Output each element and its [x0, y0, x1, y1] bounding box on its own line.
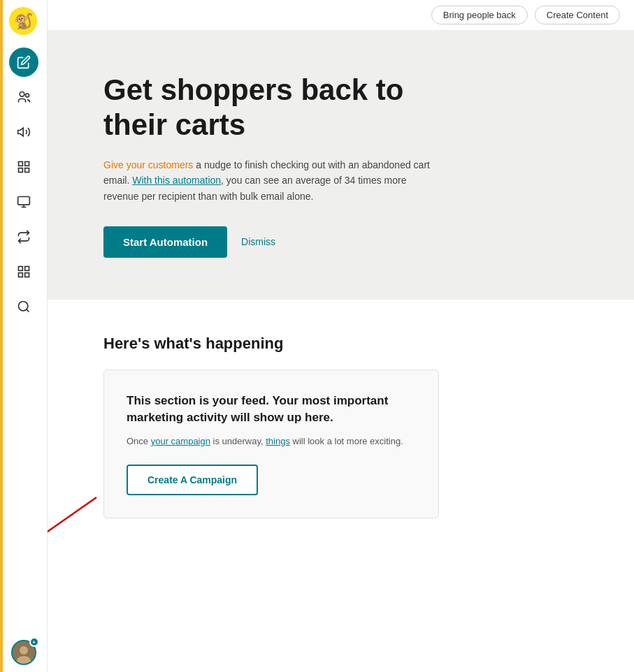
topbar: Bring people back Create Content [48, 0, 634, 31]
feed-section: Here's what's happening This section is … [48, 300, 634, 672]
sidebar-accent-border [0, 0, 3, 672]
sidebar-bottom: + [11, 640, 36, 665]
svg-rect-15 [24, 273, 29, 277]
user-avatar-wrapper[interactable]: + [11, 640, 36, 665]
sidebar-item-campaigns[interactable] [9, 117, 38, 147]
sidebar: 🐒 + [0, 0, 48, 672]
feed-section-title: Here's what's happening [103, 335, 592, 353]
avatar-badge: + [29, 637, 39, 647]
start-automation-button[interactable]: Start Automation [103, 226, 227, 258]
svg-point-19 [20, 646, 28, 655]
svg-rect-5 [18, 162, 22, 166]
create-campaign-button[interactable]: Create A Campaign [127, 465, 258, 495]
sidebar-item-automations[interactable] [9, 222, 38, 251]
feed-card: This section is your feed. Your most imp… [103, 370, 439, 518]
svg-point-16 [18, 302, 27, 311]
dismiss-button[interactable]: Dismiss [241, 236, 275, 247]
svg-marker-4 [17, 128, 23, 136]
sidebar-item-grid[interactable] [9, 257, 38, 286]
svg-rect-13 [24, 267, 29, 271]
svg-rect-14 [18, 273, 22, 277]
main-content: Get shoppers back to their carts Give yo… [48, 31, 634, 672]
sidebar-item-templates[interactable] [9, 187, 38, 217]
hero-title: Get shoppers back to their carts [103, 73, 453, 143]
sidebar-item-audience[interactable] [9, 82, 38, 112]
hero-description: Give your customers a nudge to finish ch… [103, 157, 439, 204]
svg-rect-6 [24, 162, 29, 166]
sidebar-item-integrations[interactable] [9, 152, 38, 182]
svg-rect-9 [17, 197, 29, 205]
hero-banner: Get shoppers back to their carts Give yo… [48, 31, 634, 300]
create-content-pill[interactable]: Create Content [535, 6, 620, 24]
mailchimp-logo: 🐒 [9, 7, 38, 36]
svg-rect-12 [18, 267, 22, 271]
feed-card-title: This section is your feed. Your most imp… [127, 393, 416, 426]
hero-actions: Start Automation Dismiss [103, 226, 592, 258]
svg-point-3 [25, 94, 29, 97]
feed-card-description: Once your campaign is underway, things w… [127, 434, 416, 448]
svg-rect-7 [18, 168, 22, 173]
svg-point-2 [20, 92, 24, 97]
sidebar-item-edit[interactable] [9, 48, 38, 77]
svg-line-22 [48, 497, 96, 620]
page-wrapper: Bring people back Create Content Get sho… [48, 0, 634, 672]
sidebar-item-search[interactable] [9, 292, 38, 321]
svg-rect-8 [24, 168, 29, 173]
bring-people-back-pill[interactable]: Bring people back [431, 6, 528, 24]
svg-line-17 [26, 309, 29, 312]
svg-text:🐒: 🐒 [13, 12, 33, 31]
